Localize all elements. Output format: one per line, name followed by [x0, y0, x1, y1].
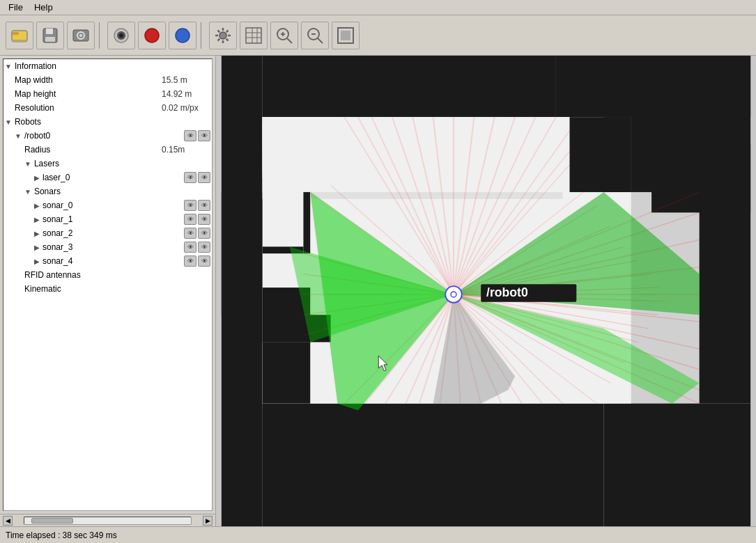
- tree-sonar1[interactable]: ▶ sonar_1 👁 👁: [3, 212, 212, 226]
- robots-label: Robots: [15, 117, 210, 127]
- tree-sonar0[interactable]: ▶ sonar_0 👁 👁: [3, 198, 212, 212]
- sonar2-expand-icon: ▶: [34, 230, 40, 237]
- lasers-label: Lasers: [34, 159, 210, 168]
- sonar3-eye-btn[interactable]: 👁: [184, 242, 196, 253]
- sonar4-eye2-btn[interactable]: 👁: [198, 255, 210, 267]
- tree-sonars[interactable]: ▼ Sonars: [3, 184, 212, 198]
- laser0-eye-btn[interactable]: 👁: [184, 172, 196, 183]
- left-panel: ▼ Information Map width 15.5 m Map heigh…: [0, 56, 216, 526]
- laser0-label: laser_0: [43, 173, 183, 182]
- sonar4-expand-icon: ▶: [34, 258, 40, 265]
- visualization-canvas: /robot0: [216, 56, 756, 526]
- menu-file[interactable]: File: [3, 1, 29, 14]
- sonar4-eye-btn[interactable]: 👁: [184, 255, 196, 267]
- grid-btn[interactable]: [240, 22, 268, 49]
- menu-help[interactable]: Help: [29, 1, 59, 14]
- scroll-right-btn[interactable]: ▶: [203, 516, 213, 526]
- save-btn[interactable]: [36, 22, 64, 49]
- sonar0-eye-btn[interactable]: 👁: [184, 200, 196, 211]
- svg-rect-54: [263, 124, 317, 178]
- sonar1-eye-btn[interactable]: 👁: [184, 214, 196, 225]
- svg-rect-60: [310, 192, 562, 199]
- svg-point-14: [219, 32, 226, 39]
- toolbar: [0, 15, 756, 56]
- camera-btn[interactable]: [107, 22, 135, 49]
- open-file-btn[interactable]: [6, 22, 33, 49]
- laser0-eye2-btn[interactable]: 👁: [198, 172, 210, 183]
- svg-rect-1: [12, 32, 19, 35]
- tree-lasers[interactable]: ▼ Lasers: [3, 157, 212, 171]
- tree-resolution[interactable]: Resolution 0.02 m/px: [3, 101, 212, 115]
- tree-sonar2[interactable]: ▶ sonar_2 👁 👁: [3, 226, 212, 240]
- svg-rect-36: [341, 31, 350, 40]
- tree-robot0[interactable]: ▼ /robot0 👁 👁: [3, 129, 212, 143]
- tree-radius[interactable]: Radius 0.15m: [3, 143, 212, 157]
- svg-rect-44: [263, 404, 604, 526]
- scrollbar-thumb[interactable]: [31, 518, 73, 524]
- sonar3-eye2-btn[interactable]: 👁: [198, 242, 210, 253]
- status-text: Time elapsed : 38 sec 349 ms: [6, 530, 117, 540]
- tree-sonar3[interactable]: ▶ sonar_3 👁 👁: [3, 240, 212, 254]
- sonar2-label: sonar_2: [43, 228, 183, 238]
- fullscreen-btn[interactable]: [332, 22, 360, 49]
- tree-rfid[interactable]: RFID antennas: [3, 268, 212, 282]
- svg-line-29: [287, 38, 292, 43]
- svg-line-33: [318, 38, 323, 43]
- robot0-label: /robot0: [24, 131, 183, 141]
- tree-view[interactable]: ▼ Information Map width 15.5 m Map heigh…: [3, 58, 213, 511]
- robot0-eye-btn[interactable]: 👁: [184, 130, 196, 141]
- robot0-eye2-btn[interactable]: 👁: [198, 130, 210, 141]
- svg-line-19: [218, 30, 220, 32]
- left-scrollbar: ◀ ▶: [0, 514, 215, 526]
- information-label: Information: [15, 61, 210, 71]
- record-btn[interactable]: [138, 22, 166, 49]
- right-panel[interactable]: /robot0: [216, 56, 756, 526]
- tree-sonar4[interactable]: ▶ sonar_4 👁 👁: [3, 254, 212, 268]
- robots-expand-icon: ▼: [5, 118, 12, 126]
- zoom-in-btn[interactable]: [270, 22, 298, 49]
- menubar: File Help: [0, 0, 756, 15]
- svg-point-124: [445, 286, 462, 303]
- sonar0-eye2-btn[interactable]: 👁: [198, 200, 210, 211]
- map-height-label: Map height: [15, 89, 162, 99]
- separator-2: [201, 22, 205, 49]
- map-height-value: 14.92 m: [162, 89, 210, 99]
- radius-label: Radius: [24, 145, 162, 155]
- tree-map-width[interactable]: Map width 15.5 m: [3, 73, 212, 87]
- tree-kinematic[interactable]: Kinematic: [3, 282, 212, 296]
- map-width-value: 15.5 m: [162, 75, 210, 85]
- horizontal-scrollbar[interactable]: [24, 517, 192, 525]
- sonar2-eye-btn[interactable]: 👁: [184, 228, 196, 239]
- main-area: ▼ Information Map width 15.5 m Map heigh…: [0, 56, 756, 526]
- svg-rect-45: [604, 404, 751, 526]
- rfid-label: RFID antennas: [24, 270, 210, 280]
- kinematic-label: Kinematic: [24, 284, 210, 294]
- svg-rect-57: [263, 342, 311, 403]
- svg-line-21: [226, 30, 229, 32]
- svg-rect-52: [303, 192, 310, 253]
- tree-information[interactable]: ▼ Information: [3, 59, 212, 73]
- sonar1-eye2-btn[interactable]: 👁: [198, 214, 210, 225]
- tree-robots[interactable]: ▼ Robots: [3, 115, 212, 129]
- screenshot-btn[interactable]: [67, 22, 95, 49]
- svg-rect-46: [700, 192, 750, 404]
- svg-line-22: [218, 38, 220, 40]
- scroll-left-btn[interactable]: ◀: [3, 516, 13, 526]
- svg-point-12: [145, 29, 159, 42]
- laser0-expand-icon: ▶: [34, 174, 40, 182]
- sonar1-expand-icon: ▶: [34, 216, 40, 223]
- settings-btn[interactable]: [209, 22, 237, 49]
- svg-point-11: [119, 33, 123, 38]
- svg-point-13: [176, 29, 190, 42]
- sonar2-eye2-btn[interactable]: 👁: [198, 228, 210, 239]
- sonar0-label: sonar_0: [43, 200, 183, 210]
- stop-btn[interactable]: [169, 22, 196, 49]
- sonars-expand-icon: ▼: [24, 188, 31, 196]
- sonars-label: Sonars: [34, 187, 210, 196]
- tree-map-height[interactable]: Map height 14.92 m: [3, 87, 212, 101]
- tree-laser0[interactable]: ▶ laser_0 👁 👁: [3, 171, 212, 184]
- svg-rect-38: [263, 56, 556, 117]
- svg-point-8: [79, 34, 82, 37]
- sonar0-expand-icon: ▶: [34, 202, 40, 210]
- zoom-out-btn[interactable]: [301, 22, 329, 49]
